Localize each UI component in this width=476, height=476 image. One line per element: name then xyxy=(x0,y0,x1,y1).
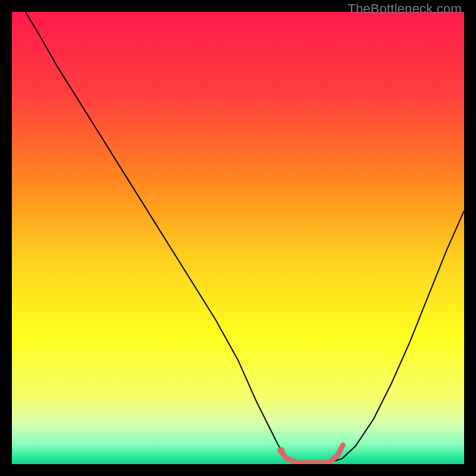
chart-frame xyxy=(12,12,464,464)
chart-background xyxy=(12,12,464,464)
bottleneck-chart xyxy=(12,12,464,464)
optimal-start-dot xyxy=(277,447,284,454)
watermark-text: TheBottleneck.com xyxy=(347,1,462,17)
markers-layer xyxy=(277,447,284,454)
